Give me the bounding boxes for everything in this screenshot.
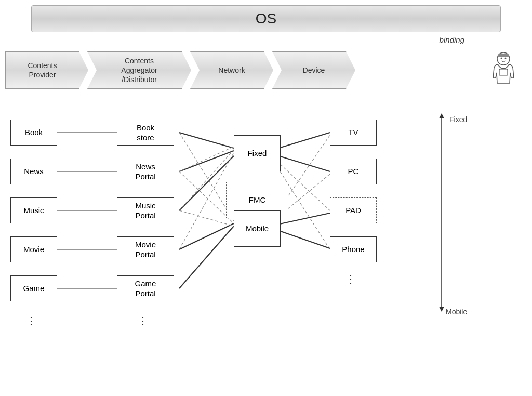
arrow-chain: Contents Provider Contents Aggregator /D… [5, 47, 527, 94]
box-gameportal: Game Portal [117, 275, 174, 301]
arrow-aggregator: Contents Aggregator /Distributor [87, 51, 191, 89]
label-pc: PC [348, 166, 359, 177]
ellipsis-portal: ⋮ [138, 314, 148, 327]
os-bar: OS [31, 5, 501, 32]
os-label: OS [256, 10, 276, 27]
svg-marker-30 [439, 307, 444, 312]
arrow-contents-provider: Contents Provider [5, 51, 88, 89]
svg-rect-3 [499, 69, 508, 75]
box-music: Music [10, 197, 57, 223]
box-bookstore: Book store [117, 120, 174, 146]
box-pc: PC [330, 159, 377, 184]
box-mobile: Mobile [234, 210, 281, 247]
ellipsis-device: ⋮ [345, 273, 356, 285]
label-fixed: Fixed [248, 148, 267, 159]
label-mobile: Mobile [246, 223, 269, 234]
box-tv: TV [330, 120, 377, 146]
box-news: News [10, 159, 57, 184]
arrow-network: Network [190, 51, 273, 89]
box-movie: Movie [10, 236, 57, 262]
box-phone: Phone [330, 236, 377, 262]
label-newsportal: News Portal [135, 162, 155, 182]
box-fixed: Fixed [234, 135, 281, 171]
label-movie: Movie [23, 244, 44, 255]
label-fmc: FMC [249, 195, 266, 205]
svg-line-10 [179, 151, 234, 171]
label-news: News [24, 166, 44, 177]
svg-point-2 [505, 58, 507, 59]
box-newsportal: News Portal [117, 159, 174, 184]
label-gameportal: Game Portal [135, 279, 156, 299]
label-tv: TV [348, 127, 358, 138]
label-movieportal: Movie Portal [135, 240, 156, 260]
label-bookstore: Book store [137, 123, 154, 143]
ellipsis-content: ⋮ [26, 314, 36, 327]
box-musicportal: Music Portal [117, 197, 174, 223]
label-book: Book [25, 127, 43, 138]
avatar [483, 49, 524, 91]
label-pad: PAD [345, 205, 361, 216]
box-book: Book [10, 120, 57, 146]
box-game: Game [10, 275, 57, 301]
box-movieportal: Movie Portal [117, 236, 174, 262]
svg-marker-29 [439, 113, 444, 118]
axis-mobile-label: Mobile [446, 308, 467, 316]
label-music: Music [23, 205, 44, 216]
diagram: Book News Music Movie Game Book store Ne… [5, 109, 527, 391]
svg-line-12 [179, 223, 234, 249]
label-phone: Phone [342, 244, 364, 255]
svg-point-1 [501, 58, 502, 59]
label-musicportal: Music Portal [135, 201, 155, 221]
arrow-device: Device [272, 51, 355, 89]
axis-fixed-label: Fixed [449, 115, 467, 124]
box-pad: PAD [330, 197, 377, 223]
label-game: Game [23, 283, 45, 294]
binding-label: binding [440, 35, 464, 44]
avatar-icon [483, 49, 524, 91]
